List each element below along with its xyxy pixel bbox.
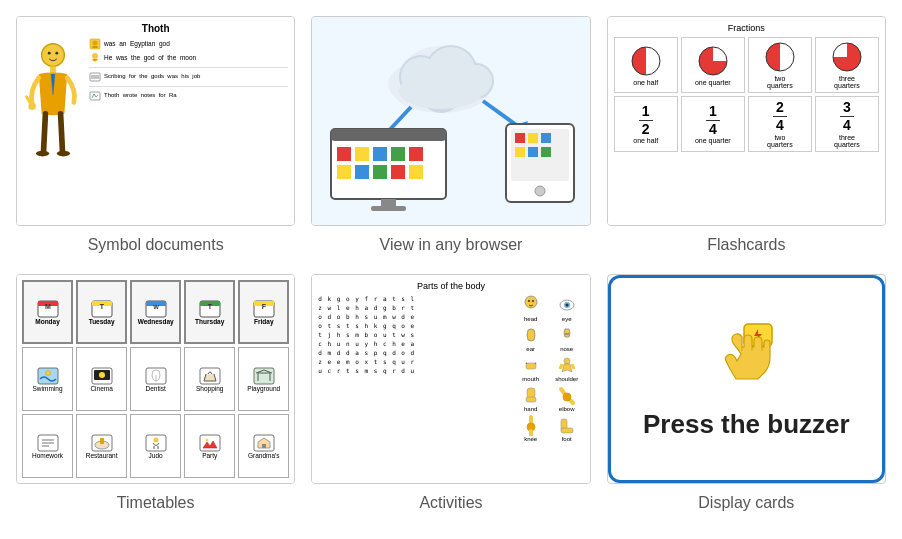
svg-point-99 (528, 300, 530, 302)
svg-point-53 (535, 186, 545, 196)
main-grid: Thoth (16, 16, 886, 512)
svg-rect-119 (561, 428, 573, 433)
svg-rect-33 (337, 147, 351, 161)
svg-point-103 (565, 304, 568, 307)
tt-cell-homework: Homework (22, 414, 73, 478)
wordsearch-grid: d k g o y f r a t s l z w l e h a d g b … (318, 294, 509, 442)
svg-rect-51 (528, 147, 538, 157)
card-activities[interactable]: Parts of the body d k g o y f r a t s l … (311, 274, 590, 512)
card-symbol-documents[interactable]: Thoth (16, 16, 295, 254)
card-symbol-documents-label: Symbol documents (88, 236, 224, 254)
card-view-browser-label: View in any browser (380, 236, 523, 254)
tt-header-monday: M Monday (22, 280, 73, 344)
buzzer-text: Press the buzzer (643, 409, 850, 440)
act-title: Parts of the body (318, 281, 583, 291)
card-view-browser[interactable]: View in any browser (311, 16, 590, 254)
svg-rect-111 (526, 397, 536, 402)
fc-rows: one half one quarter (614, 37, 879, 152)
fc-cell-one-quarter: one quarter (681, 37, 745, 93)
svg-rect-32 (331, 129, 446, 141)
svg-rect-9 (92, 46, 98, 48)
svg-point-78 (45, 370, 50, 375)
tt-header-thursday: T Thursday (184, 280, 235, 344)
buzzer-hand-icon (706, 319, 786, 399)
svg-point-105 (567, 333, 569, 335)
sym-text-content: was an Egyptian god He was the god of th… (89, 38, 288, 218)
svg-point-2 (55, 52, 58, 55)
card-symbol-documents-image: Thoth (16, 16, 295, 226)
svg-rect-110 (527, 388, 535, 398)
svg-rect-40 (373, 165, 387, 179)
card-timetables-image: M Monday T Tuesday W Wednesday T Thursda… (16, 274, 295, 484)
svg-text:M: M (45, 303, 51, 310)
card-display-cards-label: Display cards (698, 494, 794, 512)
svg-text:W: W (153, 304, 159, 310)
card-display-cards[interactable]: Press the buzzer Display cards (607, 274, 886, 512)
card-view-browser-image (311, 16, 590, 226)
tt-header-tuesday: T Tuesday (76, 280, 127, 344)
svg-point-10 (92, 53, 98, 59)
svg-point-104 (565, 333, 567, 335)
svg-point-6 (57, 151, 70, 157)
svg-rect-43 (381, 199, 396, 207)
svg-point-100 (532, 300, 534, 302)
svg-rect-38 (337, 165, 351, 179)
tt-cell-cinema: Cinema (76, 347, 127, 411)
svg-point-93 (153, 437, 158, 442)
svg-rect-35 (373, 147, 387, 161)
svg-rect-94 (200, 435, 220, 451)
svg-point-8 (93, 41, 98, 46)
card-flashcards-label: Flashcards (707, 236, 785, 254)
fc-cell-three-quarters-num: 3 4 threequarters (815, 96, 879, 152)
card-activities-image: Parts of the body d k g o y f r a t s l … (311, 274, 590, 484)
tt-cell-judo: Judo (130, 414, 181, 478)
svg-rect-106 (526, 363, 536, 369)
sym-doc-title: Thoth (23, 23, 288, 34)
svg-line-109 (572, 364, 574, 369)
svg-rect-37 (409, 147, 423, 161)
svg-rect-36 (391, 147, 405, 161)
svg-point-0 (42, 44, 65, 67)
svg-text:F: F (262, 303, 267, 310)
svg-rect-41 (391, 165, 405, 179)
svg-rect-52 (541, 147, 551, 157)
svg-rect-91 (100, 438, 104, 444)
svg-point-107 (564, 358, 570, 364)
card-timetables[interactable]: M Monday T Tuesday W Wednesday T Thursda… (16, 274, 295, 512)
svg-point-5 (36, 151, 49, 157)
svg-rect-97 (262, 444, 266, 448)
tt-cell-grandmas: Grandma's (238, 414, 289, 478)
svg-point-95 (205, 438, 208, 441)
svg-point-114 (563, 393, 571, 401)
browser-scene-svg (321, 29, 581, 214)
svg-text:T: T (99, 303, 104, 310)
svg-point-81 (99, 372, 105, 378)
tt-cell-dentist: Dentist (130, 347, 181, 411)
card-timetables-label: Timetables (117, 494, 195, 512)
svg-rect-42 (409, 165, 423, 179)
body-parts-grid: head eye ear nose (514, 294, 584, 442)
svg-rect-39 (355, 165, 369, 179)
svg-rect-50 (515, 147, 525, 157)
card-flashcards-image: Fractions one half (607, 16, 886, 226)
tt-header-friday: F Friday (238, 280, 289, 344)
fc-cell-half-num: 1 2 one half (614, 96, 678, 152)
fc-cell-two-quarters-num: 2 4 twoquarters (748, 96, 812, 152)
svg-point-26 (399, 73, 483, 109)
svg-rect-44 (371, 206, 406, 211)
svg-rect-92 (146, 435, 166, 451)
svg-rect-47 (515, 133, 525, 143)
fc-cell-three-quarters: threequarters (815, 37, 879, 93)
fc-cell-one-half: one half (614, 37, 678, 93)
svg-rect-49 (541, 133, 551, 143)
card-flashcards[interactable]: Fractions one half (607, 16, 886, 254)
svg-text:T: T (208, 303, 213, 310)
svg-rect-34 (355, 147, 369, 161)
tt-cell-shopping: Shopping (184, 347, 235, 411)
fc-cell-quarter-num: 1 4 one quarter (681, 96, 745, 152)
fc-title: Fractions (614, 23, 879, 33)
tt-cell-restaurant: Restaurant (76, 414, 127, 478)
svg-point-1 (48, 52, 51, 55)
tt-cell-playground: Playground (238, 347, 289, 411)
tt-cell-party: Party (184, 414, 235, 478)
